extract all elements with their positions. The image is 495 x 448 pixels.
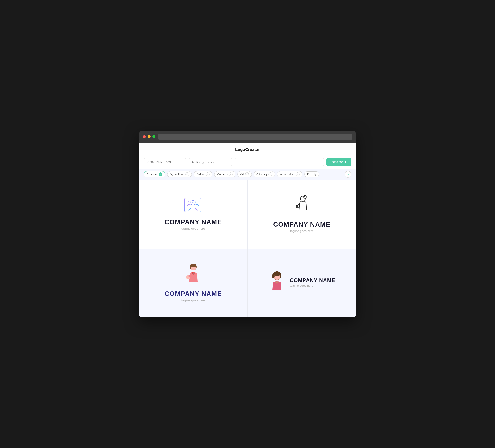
check-icon: ✓ — [206, 172, 209, 176]
logo-icon-3 — [184, 263, 203, 286]
svg-point-15 — [193, 273, 194, 274]
check-icon: ✓ — [159, 172, 162, 176]
svg-point-14 — [186, 275, 188, 277]
search-button[interactable]: SEARCH — [327, 158, 351, 166]
svg-point-19 — [272, 274, 275, 279]
logo-company-name-1: COMPANY NAME — [165, 218, 222, 226]
logo-grid: COMPANY NAME tagline goes here — [139, 180, 356, 317]
app-content: LogoCreator SEARCH Abstract ✓ Agricultur… — [139, 143, 356, 317]
filter-chip-animals[interactable]: Animals ✓ — [214, 171, 235, 177]
filter-next-button[interactable]: → — [345, 171, 351, 178]
svg-point-2 — [192, 200, 194, 203]
filter-label: Abstract — [147, 173, 157, 176]
svg-point-6 — [300, 196, 305, 201]
filter-chip-art[interactable]: Art ✓ — [237, 171, 252, 177]
filter-label: Attorney — [256, 173, 268, 176]
logo-tagline-2: tagline goes here — [290, 229, 314, 233]
check-icon: ✓ — [229, 172, 233, 176]
svg-point-1 — [188, 201, 191, 203]
logo-card-2[interactable]: COMPANY NAME tagline goes here — [248, 180, 356, 249]
logo-card-1[interactable]: COMPANY NAME tagline goes here — [139, 180, 247, 249]
logo-company-name-2: COMPANY NAME — [273, 221, 330, 228]
logo-company-name-4: COMPANY NAME — [290, 277, 335, 283]
filter-chip-attorney[interactable]: Attorney ✓ — [254, 171, 275, 177]
check-icon: ✓ — [296, 172, 300, 176]
filter-bar: Abstract ✓ Agriculture ✓ Airline ✓ Anima… — [139, 169, 356, 180]
svg-point-7 — [303, 196, 306, 198]
logo-text-4: COMPANY NAME tagline goes here — [290, 277, 335, 287]
logo-card-3[interactable]: COMPANY NAME tagline goes here — [139, 249, 247, 317]
browser-titlebar — [139, 131, 356, 143]
filter-chip-agriculture[interactable]: Agriculture ✓ — [167, 171, 192, 177]
check-icon: ✓ — [185, 172, 189, 176]
close-button[interactable] — [143, 135, 146, 138]
search-bar: SEARCH — [139, 155, 356, 169]
filter-chip-beauty[interactable]: Beauty — [304, 171, 319, 177]
traffic-lights — [143, 135, 155, 138]
app-header: LogoCreator — [139, 143, 356, 155]
maximize-button[interactable] — [152, 135, 155, 138]
svg-rect-0 — [185, 198, 201, 212]
filter-chip-automotive[interactable]: Automotive ✓ — [277, 171, 302, 177]
svg-line-4 — [188, 208, 191, 210]
extra-input[interactable] — [234, 158, 324, 166]
filter-label: Agriculture — [170, 173, 184, 176]
filter-label: Beauty — [307, 173, 316, 176]
filter-chip-airline[interactable]: Airline ✓ — [194, 171, 213, 177]
filter-label: Automotive — [280, 173, 295, 176]
check-icon: ✓ — [245, 172, 249, 176]
svg-point-3 — [196, 201, 198, 203]
filter-label: Art — [240, 173, 244, 176]
svg-point-12 — [190, 264, 196, 267]
svg-line-5 — [195, 208, 198, 210]
logo-icon-1 — [183, 197, 204, 215]
company-name-input[interactable] — [144, 158, 186, 166]
filter-chip-abstract[interactable]: Abstract ✓ — [144, 171, 165, 177]
tagline-input[interactable] — [189, 158, 232, 166]
logo-tagline-3: tagline goes here — [181, 298, 205, 302]
app-title: LogoCreator — [235, 147, 260, 152]
logo-icon-2 — [293, 195, 311, 217]
browser-window: LogoCreator SEARCH Abstract ✓ Agricultur… — [139, 131, 356, 317]
check-icon: ✓ — [268, 172, 272, 176]
logo-icon-4 — [268, 270, 286, 291]
logo-card-4[interactable]: COMPANY NAME tagline goes here — [248, 249, 356, 317]
logo-company-name-3: COMPANY NAME — [165, 290, 222, 298]
address-bar[interactable] — [158, 134, 352, 140]
logo-tagline-4: tagline goes here — [290, 284, 335, 287]
filter-label: Airline — [197, 173, 205, 176]
minimize-button[interactable] — [148, 135, 151, 138]
filter-label: Animals — [217, 173, 227, 176]
logo-tagline-1: tagline goes here — [181, 227, 205, 230]
